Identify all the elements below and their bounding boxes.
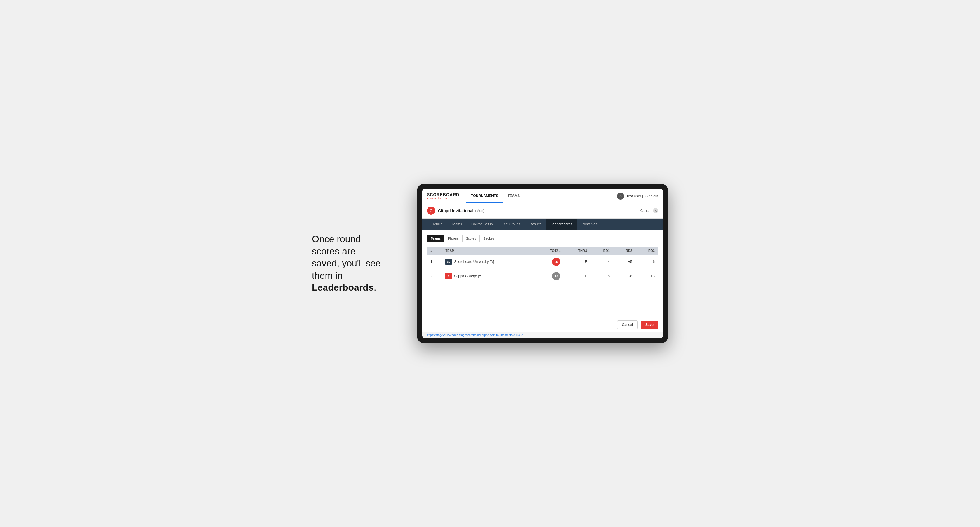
logo-sub-prefix: Powered by: [427, 197, 442, 200]
side-text-line3: saved, you'll see: [312, 258, 381, 268]
toggle-strokes-button[interactable]: Strokes: [480, 235, 498, 241]
navbar: SCOREBOARD Powered by clippd TOURNAMENTS…: [422, 189, 663, 203]
tab-course-setup[interactable]: Course Setup: [467, 219, 497, 230]
tournament-title: Clippd Invitational: [438, 208, 473, 213]
row1-team: SU Scoreboard University [A]: [442, 255, 535, 269]
tournament-subtitle: (Men): [475, 209, 484, 213]
sign-out-link[interactable]: Sign out: [645, 194, 658, 198]
toggle-teams-button[interactable]: Teams: [427, 235, 444, 241]
nav-teams[interactable]: TEAMS: [503, 190, 525, 203]
logo-area: SCOREBOARD Powered by clippd: [427, 192, 459, 200]
row2-team-name: Clippd College [A]: [454, 274, 482, 278]
tournament-icon: C: [427, 206, 435, 215]
logo-brand: clippd: [442, 197, 449, 200]
col-rd3: RD3: [636, 246, 658, 255]
nav-tournaments[interactable]: TOURNAMENTS: [466, 190, 503, 203]
footer: Cancel Save: [422, 317, 663, 332]
row1-team-name: Scoreboard University [A]: [454, 260, 494, 264]
tablet-device: SCOREBOARD Powered by clippd TOURNAMENTS…: [417, 184, 668, 343]
row2-total: +3: [535, 269, 564, 283]
row1-score-badge: -5: [552, 258, 560, 266]
nav-links: TOURNAMENTS TEAMS: [466, 190, 617, 203]
leaderboard-content: Teams Players Scores Strokes # TEAM TOTA…: [422, 230, 663, 288]
row1-rd3: -6: [636, 255, 658, 269]
user-name: Test User |: [626, 194, 643, 198]
view-toggle-group: Teams Players Scores Strokes: [427, 235, 498, 242]
table-header-row: # TEAM TOTAL THRU RD1 RD2 RD3: [427, 246, 658, 255]
row1-team-cell: SU Scoreboard University [A]: [445, 259, 531, 265]
logo-text: SCOREBOARD: [427, 192, 459, 197]
nav-right: S Test User | Sign out: [617, 193, 658, 200]
tab-printables[interactable]: Printables: [577, 219, 602, 230]
row2-rank: 2: [427, 269, 442, 283]
col-thru: THRU: [564, 246, 590, 255]
url-text: https://stage-blue-coach.stagescoreboard…: [427, 333, 523, 337]
col-rd1: RD1: [591, 246, 613, 255]
row2-team: C Clippd College [A]: [442, 269, 535, 283]
toggle-players-button[interactable]: Players: [444, 235, 463, 241]
side-text-bold: Leaderboards: [312, 282, 374, 293]
row1-thru: F: [564, 255, 590, 269]
sub-nav: Details Teams Course Setup Tee Groups Re…: [422, 219, 663, 230]
row1-rd2: +5: [613, 255, 636, 269]
row1-total: -5: [535, 255, 564, 269]
row2-rd1: +8: [591, 269, 613, 283]
row1-rank: 1: [427, 255, 442, 269]
side-text-line1: Once round: [312, 234, 361, 244]
logo-sub: Powered by clippd: [427, 197, 459, 200]
col-team: TEAM: [442, 246, 535, 255]
cancel-label: Cancel: [640, 209, 651, 213]
tournament-header: C Clippd Invitational (Men) Cancel ✕: [422, 203, 663, 219]
row2-rd2: -8: [613, 269, 636, 283]
tab-teams[interactable]: Teams: [447, 219, 467, 230]
tournament-cancel-button[interactable]: Cancel ✕: [640, 208, 658, 213]
page-wrapper: Once round scores are saved, you'll see …: [286, 184, 694, 343]
row2-team-logo: C: [445, 273, 452, 279]
row1-team-logo: SU: [445, 259, 452, 265]
tab-results[interactable]: Results: [525, 219, 546, 230]
tab-leaderboards[interactable]: Leaderboards: [546, 219, 577, 230]
tab-details[interactable]: Details: [427, 219, 447, 230]
side-text-period: .: [374, 282, 376, 293]
spacer: [422, 288, 663, 317]
tab-tee-groups[interactable]: Tee Groups: [497, 219, 525, 230]
col-total: TOTAL: [535, 246, 564, 255]
footer-cancel-button[interactable]: Cancel: [617, 321, 638, 329]
col-rd2: RD2: [613, 246, 636, 255]
col-rank: #: [427, 246, 442, 255]
footer-save-button[interactable]: Save: [641, 321, 658, 329]
table-row: 1 SU Scoreboard University [A] -5 F: [427, 255, 658, 269]
row2-thru: F: [564, 269, 590, 283]
row1-rd1: -4: [591, 255, 613, 269]
url-bar: https://stage-blue-coach.stagescoreboard…: [422, 332, 663, 338]
close-icon[interactable]: ✕: [653, 208, 658, 213]
row2-team-cell: C Clippd College [A]: [445, 273, 531, 279]
user-avatar: S: [617, 193, 624, 200]
tablet-screen: SCOREBOARD Powered by clippd TOURNAMENTS…: [422, 189, 663, 338]
table-row: 2 C Clippd College [A] +3 F: [427, 269, 658, 283]
toggle-scores-button[interactable]: Scores: [463, 235, 480, 241]
leaderboard-table: # TEAM TOTAL THRU RD1 RD2 RD3 1: [427, 246, 658, 283]
side-text-line4: them in: [312, 270, 342, 281]
side-text-line2: scores are: [312, 246, 355, 257]
side-text: Once round scores are saved, you'll see …: [312, 233, 399, 294]
row2-score-badge: +3: [552, 272, 560, 280]
row2-rd3: +3: [636, 269, 658, 283]
